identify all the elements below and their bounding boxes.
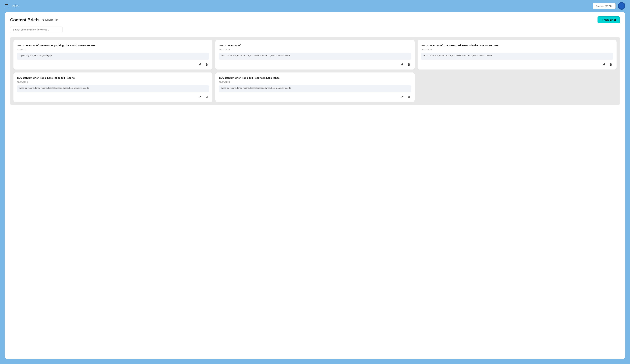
logo-icon xyxy=(11,2,20,10)
edit-icon xyxy=(198,63,202,66)
card-date: 10/27/2024 xyxy=(219,81,411,83)
card-title: SEO Content Brief xyxy=(219,44,411,47)
credits-badge: Credits: 62,717 xyxy=(592,3,616,9)
empty-card-slot xyxy=(418,72,616,102)
edit-icon xyxy=(401,63,404,66)
brief-card: SEO Content Brief: 10 Best Copywriting T… xyxy=(14,40,212,69)
card-actions xyxy=(219,62,411,66)
edit-button[interactable] xyxy=(198,62,202,66)
delete-button[interactable] xyxy=(407,95,411,99)
svg-point-2 xyxy=(15,5,16,6)
card-actions xyxy=(219,95,411,99)
content-header: Content Briefs ⇅ Newest First + New Brie… xyxy=(10,16,620,23)
card-actions xyxy=(421,62,613,66)
card-title: SEO Content Brief: 10 Best Copywriting T… xyxy=(17,44,209,47)
delete-button[interactable] xyxy=(609,62,613,66)
sort-control[interactable]: ⇅ Newest First xyxy=(42,18,58,21)
trash-icon xyxy=(610,63,612,66)
card-title: SEO Content Brief: Top 5 Lake Tahoe Ski … xyxy=(17,76,209,79)
card-date: 10/27/2024 xyxy=(219,48,411,51)
card-keywords: tahoe ski resorts, tahoe resorts, local … xyxy=(219,85,411,92)
avatar-inner xyxy=(619,3,624,9)
navbar: Credits: 62,717 xyxy=(0,0,630,12)
card-keywords: tahoe ski resorts, tahoe resorts, local … xyxy=(17,85,209,92)
hamburger-menu[interactable] xyxy=(4,4,8,7)
edit-icon xyxy=(401,95,404,98)
card-keywords: copywriting tips, best copywriting tips xyxy=(17,53,209,60)
card-date: 11/7/2024 xyxy=(17,48,209,51)
trash-icon xyxy=(206,63,208,66)
trash-icon xyxy=(206,96,208,98)
card-title: SEO Content Brief: The 5 Best Ski Resort… xyxy=(421,44,613,47)
navbar-right: Credits: 62,717 xyxy=(592,2,626,10)
card-date: 10/27/2024 xyxy=(17,81,209,83)
main-content: Content Briefs ⇅ Newest First + New Brie… xyxy=(5,12,625,359)
delete-button[interactable] xyxy=(407,62,411,66)
edit-icon xyxy=(602,63,606,66)
page-title: Content Briefs xyxy=(10,17,40,22)
trash-icon xyxy=(408,96,410,98)
card-actions xyxy=(17,95,209,99)
user-avatar[interactable] xyxy=(618,2,626,10)
card-keywords: tahoe ski resorts, tahoe resorts, local … xyxy=(219,53,411,60)
logo xyxy=(11,2,20,10)
edit-button[interactable] xyxy=(198,95,202,99)
search-input[interactable] xyxy=(10,26,63,33)
edit-button[interactable] xyxy=(602,62,606,66)
content-header-left: Content Briefs ⇅ Newest First xyxy=(10,17,58,22)
cards-grid: SEO Content Brief: 10 Best Copywriting T… xyxy=(10,37,620,105)
new-brief-button[interactable]: + New Brief xyxy=(598,16,620,23)
trash-icon xyxy=(408,63,410,66)
sort-label: Newest First xyxy=(45,18,58,21)
edit-button[interactable] xyxy=(400,95,404,99)
card-keywords: tahoe ski resorts, tahoe resorts, local … xyxy=(421,53,613,60)
card-actions xyxy=(17,62,209,66)
brief-card: SEO Content Brief: Top 5 Ski Resorts in … xyxy=(216,72,414,102)
card-title: SEO Content Brief: Top 5 Ski Resorts in … xyxy=(219,76,411,79)
brief-card: SEO Content Brief 10/27/2024 tahoe ski r… xyxy=(216,40,414,69)
brief-card: SEO Content Brief: The 5 Best Ski Resort… xyxy=(418,40,616,69)
card-date: 10/27/2024 xyxy=(421,48,613,51)
search-wrap xyxy=(10,26,620,33)
edit-icon xyxy=(198,95,202,98)
edit-button[interactable] xyxy=(400,62,404,66)
brief-card: SEO Content Brief: Top 5 Lake Tahoe Ski … xyxy=(14,72,212,102)
sort-icon: ⇅ xyxy=(42,18,44,21)
navbar-left xyxy=(4,2,20,10)
delete-button[interactable] xyxy=(205,62,209,66)
delete-button[interactable] xyxy=(205,95,209,99)
